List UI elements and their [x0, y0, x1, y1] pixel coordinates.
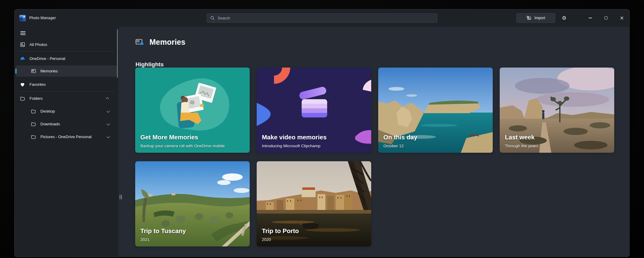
sidebar-item-label: Memories: [40, 69, 58, 73]
folder-icon: [30, 108, 36, 114]
chevron-down-icon[interactable]: [107, 109, 110, 112]
highlights-grid: Get More Memories Backup your camera rol…: [135, 68, 614, 246]
memory-card-make-video-memories[interactable]: Make video memories Introducing Microsof…: [257, 68, 371, 153]
card-title: Last week: [505, 134, 610, 141]
sidebar-scrollbar[interactable]: [117, 29, 118, 78]
page-title: Memories: [149, 38, 185, 47]
card-title: Make video memories: [262, 134, 367, 141]
card-subtitle: Through the years: [505, 144, 610, 148]
sidebar-item-label: Pictures - OneDrive Personal: [40, 134, 91, 139]
sidebar-separator: [19, 91, 114, 92]
sidebar-item-label: All Photos: [29, 42, 47, 47]
card-subtitle: Backup your camera roll with OneDrive mo…: [140, 144, 245, 148]
heart-icon: [19, 82, 26, 88]
main-content: Memories Highlights: [118, 27, 630, 257]
maximize-icon: [605, 16, 608, 20]
sidebar-item-onedrive-personal[interactable]: OneDrive - Personal: [16, 53, 117, 64]
card-subtitle: Introducing Microsoft Clipchamp: [262, 144, 367, 148]
section-title: Highlights: [135, 61, 164, 68]
card-title: Get More Memories: [140, 134, 245, 141]
chevron-down-icon[interactable]: [107, 122, 110, 125]
search-icon: [210, 16, 215, 20]
search-input[interactable]: Search: [207, 13, 437, 23]
card-title: On this day: [383, 134, 488, 141]
selection-accent-bar: [15, 68, 16, 74]
sidebar-item-memories[interactable]: Memories: [16, 65, 117, 77]
import-icon: [526, 16, 532, 21]
folder-icon: [19, 96, 26, 102]
minimize-button[interactable]: [583, 9, 597, 27]
sidebar-item-label: Folders: [29, 96, 43, 101]
onedrive-cloud-icon: [19, 56, 26, 62]
sidebar-item-favorites[interactable]: Favorites: [16, 79, 117, 90]
import-button[interactable]: Import: [516, 13, 555, 23]
sidebar-item-pictures-onedrive[interactable]: Pictures - OneDrive Personal: [16, 131, 117, 142]
pane-resize-handle[interactable]: [120, 195, 122, 199]
card-subtitle: 2020: [262, 237, 367, 242]
memory-card-on-this-day[interactable]: On this day October 12: [378, 68, 493, 153]
sidebar-item-label: Downloads: [40, 122, 60, 126]
gear-icon: ⚙: [562, 16, 566, 21]
photo-manager-window: Photo Manager Search Import ⚙: [14, 9, 630, 257]
search-placeholder: Search: [218, 16, 230, 20]
page-header: Memories: [135, 38, 185, 47]
all-photos-icon: [19, 42, 26, 48]
app-title: Photo Manager: [29, 9, 56, 27]
sidebar-item-label: Favorites: [29, 82, 46, 87]
import-label: Import: [534, 16, 545, 20]
card-subtitle: 2021: [140, 237, 245, 242]
card-title: Trip to Porto: [262, 227, 367, 235]
folder-icon: [30, 134, 36, 140]
sidebar-item-label: Desktop: [40, 109, 55, 113]
folder-icon: [30, 121, 36, 127]
sidebar-item-desktop[interactable]: Desktop: [16, 106, 117, 117]
chevron-down-icon[interactable]: [107, 134, 110, 138]
memory-card-trip-to-porto[interactable]: Trip to Porto 2020: [257, 161, 371, 246]
sidebar-item-label: OneDrive - Personal: [29, 56, 65, 61]
sidebar-item-downloads[interactable]: Downloads: [16, 118, 117, 130]
memory-card-trip-to-tuscany[interactable]: Trip to Tuscany 2021: [135, 161, 250, 246]
minimize-icon: [589, 18, 592, 18]
memories-icon: [30, 68, 36, 74]
sidebar-item-all-photos[interactable]: All Photos: [16, 39, 117, 50]
close-button[interactable]: ×: [615, 9, 629, 27]
chevron-up-icon[interactable]: [106, 97, 109, 100]
memories-header-icon: [135, 38, 144, 47]
sidebar-item-folders[interactable]: Folders: [16, 93, 117, 104]
card-title: Trip to Tuscany: [140, 227, 245, 235]
card-subtitle: October 12: [383, 144, 488, 148]
settings-button[interactable]: ⚙: [558, 13, 570, 23]
sidebar-separator: [19, 51, 114, 51]
desktop-background: Photo Manager Search Import ⚙: [0, 0, 644, 258]
hamburger-menu-button[interactable]: [17, 28, 28, 38]
sidebar: All Photos OneDrive - Personal Memories: [14, 27, 118, 257]
titlebar: Photo Manager Search Import ⚙: [14, 9, 630, 27]
memory-card-last-week[interactable]: Last week Through the years: [500, 68, 614, 153]
maximize-button[interactable]: [599, 9, 613, 27]
app-logo-icon: [19, 15, 26, 21]
close-icon: ×: [620, 16, 624, 21]
memory-card-get-more-memories[interactable]: Get More Memories Backup your camera rol…: [135, 68, 250, 153]
